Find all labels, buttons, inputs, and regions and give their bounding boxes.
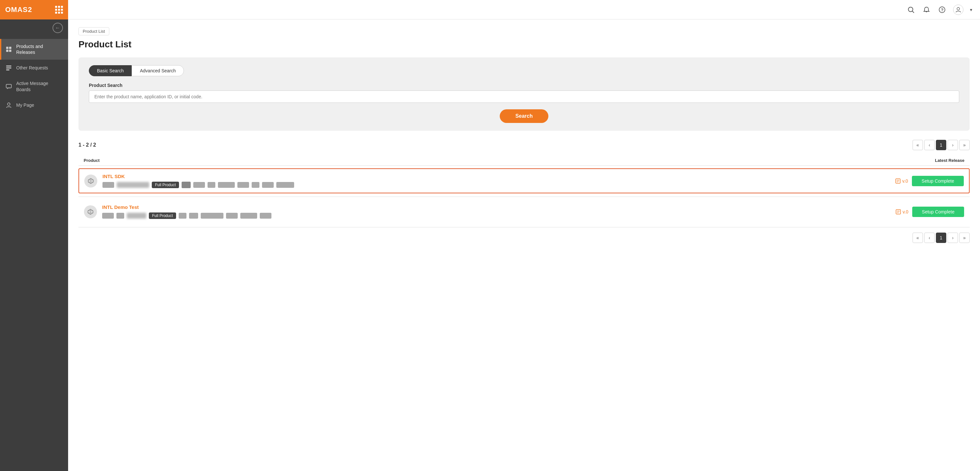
bottom-first-page-button[interactable]: « — [913, 232, 923, 243]
svg-rect-6 — [6, 69, 10, 70]
help-icon[interactable]: ? — [937, 5, 947, 14]
bottom-last-page-button[interactable]: » — [959, 232, 970, 243]
tag-placeholder-2g — [226, 213, 238, 219]
pagination-bottom: « ‹ 1 › » — [913, 232, 970, 243]
svg-text:?: ? — [941, 8, 944, 12]
search-input[interactable] — [89, 91, 959, 103]
column-header-latest-release: Latest Release — [935, 158, 964, 163]
current-page-button[interactable]: 1 — [936, 140, 946, 150]
back-button[interactable]: ← — [52, 23, 63, 33]
topbar-chevron-icon[interactable]: ▾ — [970, 7, 972, 12]
tab-advanced-search[interactable]: Advanced Search — [132, 65, 184, 76]
sidebar-item-products-releases[interactable]: Products and Releases — [0, 39, 68, 60]
svg-line-10 — [913, 11, 914, 13]
search-label: Product Search — [89, 83, 959, 88]
product-name-2[interactable]: INTL Demo Test — [102, 204, 896, 210]
sidebar-header: OMAS2 — [0, 0, 68, 19]
pagination-top: « ‹ 1 › » — [913, 140, 970, 150]
setup-complete-button-2[interactable]: Setup Complete — [912, 207, 964, 217]
tab-basic-search[interactable]: Basic Search — [89, 65, 132, 76]
tag-full-product-2: Full Product — [149, 212, 176, 219]
svg-point-8 — [8, 103, 10, 105]
search-button[interactable]: Search — [500, 109, 548, 123]
tag-placeholder-2f — [201, 213, 223, 219]
breadcrumb: Product List — [78, 27, 109, 35]
tag-placeholder-1h — [262, 182, 274, 188]
sidebar-back-area: ← — [0, 19, 68, 36]
product-icon-1 — [84, 175, 97, 188]
results-count: 1 - 2 / 2 — [78, 142, 96, 148]
svg-point-13 — [957, 8, 959, 10]
latest-release-1: v.0 Setup Complete — [895, 176, 964, 186]
tag-placeholder-1f — [237, 182, 249, 188]
message-boards-icon — [5, 83, 12, 90]
app-logo: OMAS2 — [5, 5, 32, 14]
tag-placeholder-1b — [117, 182, 149, 188]
sidebar-item-active-message-boards[interactable]: Active Message Boards — [0, 76, 68, 97]
video-icon-1 — [181, 181, 191, 188]
grid-menu-icon[interactable] — [55, 6, 63, 14]
next-page-button[interactable]: › — [948, 140, 958, 150]
tag-placeholder-1g — [251, 182, 259, 188]
svg-rect-3 — [9, 49, 11, 52]
sidebar-label-other-requests: Other Requests — [16, 65, 48, 71]
search-btn-row: Search — [89, 109, 959, 123]
column-header-product: Product — [84, 158, 100, 163]
first-page-button[interactable]: « — [913, 140, 923, 150]
product-info-1: INTL SDK Full Product — [102, 173, 895, 188]
sidebar-item-my-page[interactable]: My Page — [0, 97, 68, 113]
bottom-prev-page-button[interactable]: ‹ — [924, 232, 935, 243]
user-avatar[interactable] — [953, 5, 964, 15]
table-row: INTL SDK Full Product — [78, 169, 970, 193]
svg-rect-4 — [6, 65, 11, 67]
sidebar-label-products-releases: Products and Releases — [16, 43, 63, 55]
bottom-current-page-button[interactable]: 1 — [936, 232, 946, 243]
sidebar-label-active-message-boards: Active Message Boards — [16, 80, 63, 92]
search-icon[interactable] — [907, 5, 915, 14]
tag-placeholder-1a — [102, 182, 114, 188]
svg-rect-5 — [6, 67, 11, 68]
tag-placeholder-1i — [276, 182, 294, 188]
tag-placeholder-1e — [218, 182, 235, 188]
page-title: Product List — [78, 39, 970, 49]
sidebar: OMAS2 ← Products and Releases — [0, 0, 68, 471]
sidebar-item-other-requests[interactable]: Other Requests — [0, 60, 68, 76]
results-header: 1 - 2 / 2 « ‹ 1 › » — [78, 140, 970, 150]
tag-placeholder-2d — [179, 213, 186, 219]
product-icon-2 — [84, 205, 97, 218]
main-area: ? ▾ Product List Product List Basic Sear… — [68, 0, 980, 471]
tag-full-product-1: Full Product — [152, 181, 179, 188]
content-area: Product List Product List Basic Search A… — [68, 19, 980, 471]
tag-placeholder-2c — [127, 213, 146, 219]
latest-release-2: v.0 Setup Complete — [896, 207, 964, 217]
product-name-1[interactable]: INTL SDK — [102, 173, 895, 179]
table-row: INTL Demo Test Full Product — [78, 199, 970, 224]
product-tags-1: Full Product — [102, 181, 895, 188]
products-releases-icon — [5, 46, 12, 53]
notification-icon[interactable] — [922, 5, 931, 14]
tag-placeholder-2b — [116, 213, 124, 219]
prev-page-button[interactable]: ‹ — [924, 140, 935, 150]
setup-complete-button-1[interactable]: Setup Complete — [912, 176, 964, 186]
tag-placeholder-2a — [102, 213, 114, 219]
svg-rect-0 — [6, 47, 8, 49]
product-info-2: INTL Demo Test Full Product — [102, 204, 896, 219]
svg-rect-7 — [6, 84, 11, 88]
tag-placeholder-2i — [260, 213, 271, 219]
pagination-bottom-wrapper: « ‹ 1 › » — [78, 232, 970, 243]
table-header: Product Latest Release — [78, 155, 970, 166]
tag-placeholder-1c — [193, 182, 205, 188]
search-area: Basic Search Advanced Search Product Sea… — [78, 57, 970, 131]
tag-placeholder-2e — [189, 213, 198, 219]
product-tags-2: Full Product — [102, 212, 896, 219]
tag-placeholder-2h — [240, 213, 257, 219]
row-divider-2 — [78, 227, 970, 228]
last-page-button[interactable]: » — [959, 140, 970, 150]
version-label-2: v.0 — [896, 209, 908, 215]
search-tabs: Basic Search Advanced Search — [89, 65, 959, 76]
svg-rect-2 — [6, 49, 8, 52]
bottom-next-page-button[interactable]: › — [948, 232, 958, 243]
sidebar-nav: Products and Releases Other Requests Act… — [0, 36, 68, 471]
topbar: ? ▾ — [68, 0, 980, 19]
version-label-1: v.0 — [895, 178, 908, 184]
